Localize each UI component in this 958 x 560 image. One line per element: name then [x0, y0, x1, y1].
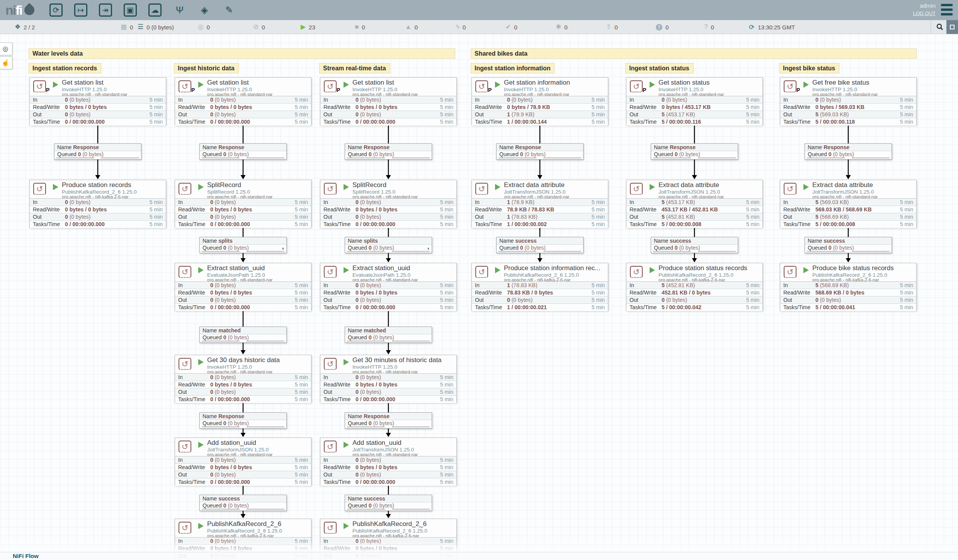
- connection-success[interactable]: Name successQueued 0 (0 bytes): [496, 237, 584, 253]
- refresh-icon[interactable]: ⟳: [749, 23, 754, 31]
- input-port-icon[interactable]: ↦: [74, 3, 87, 17]
- connection-matched[interactable]: Name matchedQueued 0 (0 bytes): [345, 327, 432, 343]
- processor-get-station-status[interactable]: ↺PGet station statusInvokeHTTP 1.25.0org…: [626, 77, 763, 125]
- processor-name: SplitRecord: [352, 181, 386, 189]
- stat-row-out: Out5 (569.03 KB)5 min: [780, 111, 916, 118]
- queue-count-bar: [807, 157, 845, 158]
- processor-type-icon: ↺: [179, 441, 191, 453]
- processor-get-free-bike-status[interactable]: ↺PGet free bike statusInvokeHTTP 1.25.0o…: [780, 77, 917, 125]
- processor-get-30-minutes-of-historic-data[interactable]: ↺Get 30 minutes of historic dataInvokeHT…: [320, 355, 457, 403]
- processor-extract-data-attribute[interactable]: ↺Extract data attributeJoltTransformJSON…: [626, 180, 763, 228]
- processor-type-icon: ↺: [784, 183, 796, 195]
- connection-response[interactable]: Name ResponseQueued 0 (0 bytes): [651, 143, 738, 160]
- connection-response[interactable]: Name ResponseQueued 0 (0 bytes): [199, 143, 287, 160]
- connection-success[interactable]: Name successQueued 0 (0 bytes): [345, 495, 432, 511]
- last-refresh-time: 13:30:25 GMT: [758, 24, 795, 31]
- stat-row-out: Out0 (0 bytes)5 min: [472, 296, 608, 304]
- processor-add-station-uuid[interactable]: ↺Add station_uuidJoltTransformJSON 1.25.…: [320, 437, 457, 485]
- group-label[interactable]: Ingest bike status: [779, 63, 839, 73]
- group-label[interactable]: Stream real-time data: [319, 63, 390, 73]
- stat-label: Read/Write: [323, 545, 356, 552]
- status-queued-count: 0 (0 bytes): [146, 24, 174, 31]
- region-label[interactable]: Water levels data: [29, 48, 455, 59]
- processor-get-station-information[interactable]: ↺PGet station informationInvokeHTTP 1.25…: [471, 77, 608, 125]
- processor-produce-station-information-rec-[interactable]: ↺Produce station information rec...Publi…: [471, 263, 608, 311]
- running-status-icon: [198, 523, 204, 529]
- connection-response[interactable]: Name ResponseQueued 0 (0 bytes): [496, 143, 584, 160]
- output-port-icon[interactable]: ↠: [99, 3, 112, 17]
- breadcrumb-bar: NiFi Flow: [0, 552, 958, 560]
- connection-response[interactable]: Name ResponseQueued 0 (0 bytes): [345, 143, 432, 160]
- stat-window: 5 min: [436, 104, 453, 111]
- remote-process-group-icon[interactable]: ☁: [148, 3, 162, 17]
- processor-icon[interactable]: ⟳: [49, 3, 63, 17]
- group-label[interactable]: Ingest station status: [625, 63, 694, 73]
- processor-produce-bike-status-records[interactable]: ↺Produce bike status recordsPublishKafka…: [780, 263, 917, 311]
- stat-window: 5 min: [290, 478, 308, 486]
- search-separator: [931, 20, 931, 34]
- processor-stats: In0 (0 bytes)5 minRead/Write0 bytes / 0 …: [175, 281, 311, 311]
- connection-success[interactable]: Name successQueued 0 (0 bytes): [805, 237, 892, 253]
- search-button[interactable]: [933, 20, 946, 34]
- status-bar-corner-button[interactable]: [946, 20, 958, 34]
- connection-queued-row: Queued 0 (0 bytes): [345, 151, 432, 159]
- stat-window: 5 min: [587, 213, 605, 220]
- processor-add-station-uuid[interactable]: ↺Add station_uuidJoltTransformJSON 1.25.…: [175, 437, 311, 485]
- processor-header: ↺SplitRecordSplitRecord 1.25.0org.apache…: [320, 180, 456, 198]
- connection-splits[interactable]: Name splitsQueued 0 (0 bytes)◑: [199, 237, 287, 253]
- processor-get-30-days-historic-data[interactable]: ↺Get 30 days historic dataInvokeHTTP 1.2…: [175, 355, 311, 403]
- processor-extract-data-attribute[interactable]: ↺Extract data attributeJoltTransformJSON…: [471, 180, 608, 228]
- processor-type: JoltTransformJSON 1.25.0: [812, 189, 874, 195]
- connection-success[interactable]: Name successQueued 0 (0 bytes): [651, 237, 738, 253]
- processor-splitrecord[interactable]: ↺SplitRecordSplitRecord 1.25.0org.apache…: [175, 180, 311, 228]
- processor-produce-station-records[interactable]: ↺Produce station recordsPublishKafkaReco…: [29, 180, 166, 228]
- processor-get-station-list[interactable]: ↺PGet station listInvokeHTTP 1.25.0org.a…: [175, 77, 311, 125]
- connection-name-row: Name success: [497, 237, 583, 245]
- connection-response[interactable]: Name ResponseQueued 0 (0 bytes): [345, 412, 432, 429]
- label-icon[interactable]: ✎: [223, 3, 236, 17]
- process-group-icon[interactable]: ▣: [124, 3, 137, 17]
- connection-response[interactable]: Name ResponseQueued 0 (0 bytes): [199, 412, 287, 429]
- connection-response[interactable]: Name ResponseQueued 0 (0 bytes): [805, 143, 892, 160]
- funnel-icon[interactable]: Ψ: [173, 3, 186, 17]
- running-status-icon: [53, 184, 58, 190]
- connection-splits[interactable]: Name splitsQueued 0 (0 bytes)◑: [345, 237, 432, 253]
- flow-canvas[interactable]: Water levels dataShared bikes dataIngest…: [0, 34, 958, 560]
- processor-get-station-list[interactable]: ↺PGet station listInvokeHTTP 1.25.0org.a…: [320, 77, 457, 125]
- connection-matched[interactable]: Name matchedQueued 0 (0 bytes): [199, 327, 287, 343]
- group-label[interactable]: Ingest station records: [29, 63, 101, 73]
- processor-extract-data-attribute[interactable]: ↺Extract data attributeJoltTransformJSON…: [780, 180, 917, 228]
- group-label[interactable]: Ingest historic data: [174, 63, 239, 73]
- stat-value: 0 (0 bytes): [65, 96, 145, 103]
- processor-get-station-list[interactable]: ↺PGet station listInvokeHTTP 1.25.0org.a…: [29, 77, 166, 125]
- operate-palette-toggle[interactable]: ☝: [0, 56, 12, 69]
- connection-queued-row: Queued 0 (0 bytes)◑: [345, 245, 432, 253]
- connection-response[interactable]: Name ResponseQueued 0 (0 bytes): [54, 143, 141, 160]
- processor-extract-station-uuid[interactable]: ↺Extract station_uuidEvaluateJsonPath 1.…: [320, 263, 457, 311]
- stat-row-out: Out0 (0 bytes)5 min: [626, 296, 762, 304]
- processor-splitrecord[interactable]: ↺SplitRecordSplitRecord 1.25.0org.apache…: [320, 180, 457, 228]
- processor-header: ↺PGet free bike statusInvokeHTTP 1.25.0o…: [780, 78, 916, 96]
- connection-name-row: Name Response: [805, 144, 892, 151]
- stat-value: 0 (0 bytes): [356, 388, 436, 395]
- stat-value: 5 (569.03 KB): [815, 199, 895, 206]
- processor-extract-station-uuid[interactable]: ↺Extract station_uuidEvaluateJsonPath 1.…: [175, 263, 311, 311]
- navigate-palette-toggle[interactable]: ◎: [0, 43, 12, 55]
- connection-queued-row: Queued 0 (0 bytes)◑: [200, 245, 286, 253]
- stat-row-in: In0 (0 bytes)5 min: [320, 456, 456, 464]
- connection-success[interactable]: Name successQueued 0 (0 bytes): [199, 495, 287, 511]
- running-status-icon: [344, 442, 349, 448]
- processor-produce-station-status-records[interactable]: ↺Produce station status recordsPublishKa…: [626, 263, 763, 311]
- connection-queued-row: Queued 0 (0 bytes): [651, 151, 738, 159]
- stat-row-rw: Read/Write452.81 KB / 0 bytes5 min: [626, 289, 762, 296]
- stat-value: 452.81 KB / 0 bytes: [662, 289, 742, 296]
- logout-link[interactable]: LOG OUT: [913, 10, 936, 16]
- global-menu-button[interactable]: [941, 4, 953, 15]
- stat-row-in: In0 (0 bytes)5 min: [30, 199, 166, 206]
- processor-type: InvokeHTTP 1.25.0: [352, 364, 397, 370]
- group-label[interactable]: Ingest station information: [471, 63, 555, 73]
- template-icon[interactable]: ◈: [198, 3, 211, 17]
- queue-size-bar: [392, 426, 430, 427]
- region-label[interactable]: Shared bikes data: [471, 48, 917, 59]
- breadcrumb[interactable]: NiFi Flow: [13, 553, 39, 559]
